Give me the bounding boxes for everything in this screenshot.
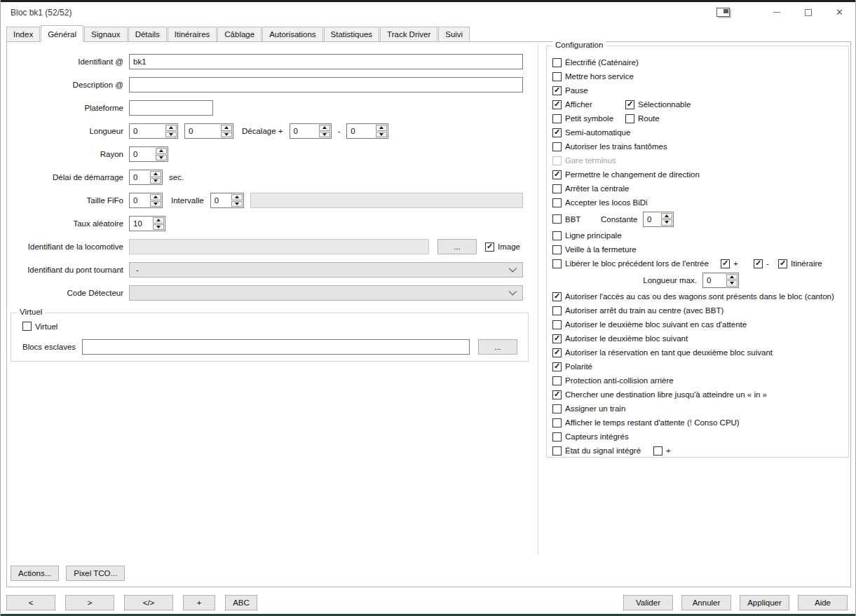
config-checkbox-liberer-minus[interactable]: - <box>754 259 778 268</box>
config-checkbox-autoriser-arret-du-train-au-centre-avec-bbt[interactable]: Autoriser arrêt du train au centre (avec… <box>552 306 723 315</box>
longueur-spinner-2[interactable]: 0 <box>184 123 233 139</box>
nav-prev-button[interactable]: < <box>6 595 55 610</box>
spinner-down-button[interactable] <box>150 201 161 207</box>
config-checkbox-petit-symbole[interactable]: Petit symbole <box>552 114 625 123</box>
spinner-up-button[interactable] <box>376 125 387 131</box>
spinner-up-button[interactable] <box>231 194 243 200</box>
checkbox-box[interactable] <box>552 292 562 301</box>
config-checkbox-assigner-un-train[interactable]: Assigner un train <box>552 404 625 413</box>
minimize-button[interactable] <box>761 2 792 22</box>
config-checkbox-signal-plus[interactable]: + <box>653 446 671 456</box>
description-input[interactable] <box>129 77 523 93</box>
checkbox-box[interactable] <box>552 58 562 67</box>
checkbox-box[interactable] <box>552 306 562 315</box>
spinner-up-button[interactable] <box>156 148 167 154</box>
config-checkbox-chercher-une-destination-libre-jusqu-a-atteindre-un-in[interactable]: Chercher une destination libre jusqu'à a… <box>552 390 767 399</box>
checkbox-box[interactable] <box>552 446 562 456</box>
pont-tournant-select[interactable]: - <box>129 262 523 278</box>
checkbox-box[interactable] <box>552 114 562 123</box>
locomotive-browse-button[interactable]: ... <box>437 239 477 254</box>
config-checkbox-semi-automatique[interactable]: Semi-automatique <box>552 128 630 137</box>
appliquer-button[interactable]: Appliquer <box>740 595 789 610</box>
checkbox-box[interactable] <box>552 245 562 254</box>
spinner-up-button[interactable] <box>150 171 161 177</box>
nav-add-button[interactable]: + <box>183 595 215 610</box>
tab-statistiques[interactable]: Statistiques <box>324 27 379 42</box>
spinner-up-button[interactable] <box>153 217 164 224</box>
nav-next-button[interactable]: > <box>65 595 114 610</box>
checkbox-box[interactable] <box>552 432 562 442</box>
config-checkbox-autoriser-le-deuxieme-bloc-suivant-en-cas-d-attente[interactable]: Autoriser le deuxième bloc suivant en ca… <box>552 320 747 329</box>
blocs-esclaves-input[interactable] <box>82 339 470 355</box>
checkbox-box[interactable] <box>653 446 663 456</box>
config-checkbox-bbt[interactable]: BBT <box>552 214 601 224</box>
config-checkbox-polarite[interactable]: Polarité <box>552 362 592 371</box>
tab-track-driver[interactable]: Track Driver <box>380 27 437 42</box>
config-checkbox-etat-du-signal-integre[interactable]: État du signal intégré <box>552 446 653 456</box>
checkbox-box[interactable] <box>778 259 787 268</box>
checkbox-box[interactable] <box>552 320 562 329</box>
config-checkbox-autoriser-la-reservation-en-tant-que-deuxieme-bloc-suivant[interactable]: Autoriser la réservation en tant que deu… <box>552 348 773 357</box>
spinner-down-button[interactable] <box>231 201 243 207</box>
rayon-spinner[interactable]: 0 <box>129 146 168 162</box>
spinner-up-button[interactable] <box>319 125 330 131</box>
config-checkbox-autoriser-le-deuxieme-bloc-suivant[interactable]: Autoriser le deuxième bloc suivant <box>552 334 688 343</box>
plateforme-input[interactable] <box>129 100 213 116</box>
checkbox-box[interactable] <box>552 128 562 137</box>
checkbox-box[interactable] <box>552 214 562 224</box>
config-checkbox-liberer-le-bloc-precedent-lors-de-l-entree[interactable]: Libérer le bloc précédent lors de l'entr… <box>552 259 721 268</box>
identifiant-input[interactable] <box>129 54 523 69</box>
checkbox-box[interactable] <box>22 322 32 331</box>
code-detecteur-select[interactable] <box>129 285 523 301</box>
image-checkbox[interactable]: Image <box>485 242 520 252</box>
decalage-plus-spinner[interactable]: 0 <box>290 123 332 139</box>
config-checkbox-liberer-plus[interactable]: + <box>721 259 754 268</box>
spinner-up-button[interactable] <box>726 274 738 280</box>
valider-button[interactable]: Valider <box>623 595 673 610</box>
fifo-spinner[interactable]: 0 <box>129 193 163 208</box>
config-checkbox-electrifie-catenaire[interactable]: Électrifié (Caténaire) <box>552 58 639 67</box>
tab-index[interactable]: Index <box>6 27 40 42</box>
config-checkbox-veille-a-la-fermeture[interactable]: Veille à la fermeture <box>552 245 637 254</box>
checkbox-box[interactable] <box>625 114 634 123</box>
config-checkbox-autoriser-les-trains-fantomes[interactable]: Autoriser les trains fantômes <box>552 142 667 151</box>
checkbox-box[interactable] <box>552 418 562 427</box>
tab-general[interactable]: Général <box>41 25 83 42</box>
decalage-minus-spinner[interactable]: 0 <box>346 123 388 139</box>
spinner-down-button[interactable] <box>376 132 387 138</box>
config-checkbox-afficher-le-temps-restant-d-attente-conso-cpu[interactable]: Afficher le temps restant d'attente (! C… <box>552 418 740 427</box>
checkbox-box[interactable] <box>552 142 562 151</box>
nav-code-button[interactable]: </> <box>124 595 173 610</box>
config-checkbox-protection-anti-collision-arriere[interactable]: Protection anti-collision arrière <box>552 376 674 385</box>
config-checkbox-capteurs-integres[interactable]: Capteurs intégrés <box>552 432 629 442</box>
bbt-constante-spinner[interactable]: 0 <box>643 212 674 227</box>
spinner-up-button[interactable] <box>165 125 177 131</box>
longueur-max-spinner[interactable]: 0 <box>702 273 739 288</box>
checkbox-box[interactable] <box>552 334 562 343</box>
spinner-down-button[interactable] <box>661 219 672 226</box>
checkbox-box[interactable] <box>552 184 562 193</box>
longueur-spinner-1[interactable]: 0 <box>129 123 178 139</box>
tab-suivi[interactable]: Suivi <box>438 27 470 42</box>
annuler-button[interactable]: Annuler <box>681 595 731 610</box>
checkbox-box[interactable] <box>625 100 634 109</box>
pixel-tco-button[interactable]: Pixel TCO... <box>66 566 125 581</box>
checkbox-box[interactable] <box>552 362 562 371</box>
close-button[interactable]: ✕ <box>824 2 855 22</box>
spinner-down-button[interactable] <box>319 132 330 138</box>
tab-details[interactable]: Détails <box>128 27 167 42</box>
actions-button[interactable]: Actions... <box>11 566 59 581</box>
config-checkbox-afficher[interactable]: Afficher <box>552 100 625 109</box>
checkbox-box[interactable] <box>485 242 494 252</box>
spinner-up-button[interactable] <box>150 194 161 200</box>
intervalle-spinner[interactable]: 0 <box>210 193 244 208</box>
config-checkbox-arreter-la-centrale[interactable]: Arrêter la centrale <box>552 184 629 193</box>
checkbox-box[interactable] <box>754 259 763 268</box>
config-checkbox-itineraire[interactable]: Itinéraire <box>778 259 822 268</box>
config-checkbox-pause[interactable]: Pause <box>552 86 588 95</box>
checkbox-box[interactable] <box>552 100 562 109</box>
checkbox-box[interactable] <box>552 376 562 385</box>
spinner-down-button[interactable] <box>726 280 738 287</box>
checkbox-box[interactable] <box>552 198 562 207</box>
tab-itineraires[interactable]: Itinéraires <box>168 27 217 42</box>
